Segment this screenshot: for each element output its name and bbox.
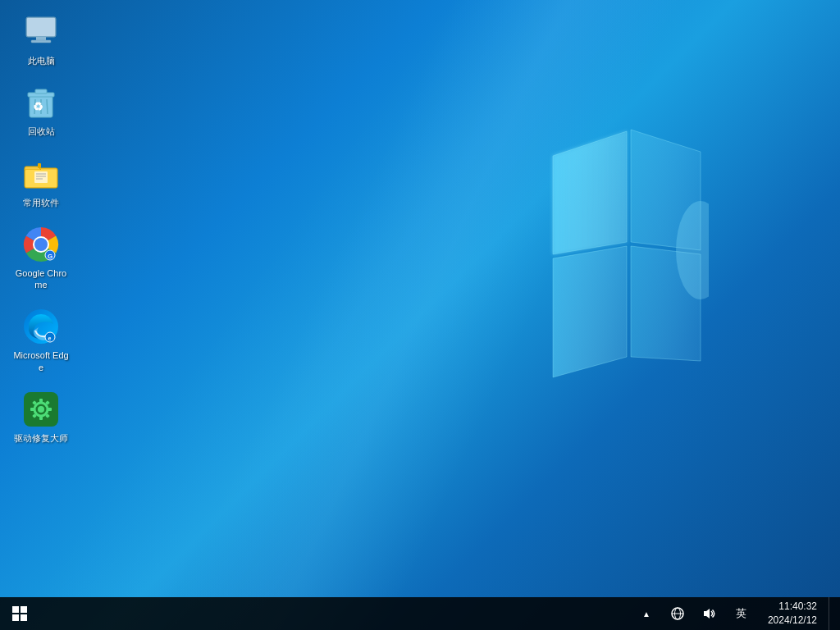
desktop-icon-microsoft-edge[interactable]: e Microsoft Edge (8, 303, 74, 377)
driver-repair-icon (21, 390, 61, 429)
computer-icon (21, 12, 61, 52)
recycle-bin-icon: ♻ (21, 83, 61, 122)
svg-rect-43 (12, 614, 19, 621)
svg-text:♻: ♻ (33, 100, 43, 113)
svg-text:G: G (48, 253, 52, 260)
desktop-icons: 此电脑 ♻ 回收站 (8, 8, 74, 448)
desktop-icon-common-software[interactable]: 常用软件 (8, 150, 74, 212)
taskbar: ▲ 英 (0, 597, 840, 630)
network-icon-button[interactable] (664, 597, 691, 630)
desktop-icon-this-pc[interactable]: 此电脑 (8, 8, 74, 71)
taskbar-clock[interactable]: 11:40:32 2024/12/12 (761, 600, 824, 628)
svg-marker-48 (704, 609, 710, 619)
language-button[interactable]: 英 (727, 597, 756, 630)
svg-marker-2 (553, 246, 627, 377)
clock-date: 2024/12/12 (768, 614, 817, 628)
google-chrome-label: Google Chrome (12, 267, 70, 291)
svg-rect-18 (38, 163, 41, 168)
chevron-up-icon: ▲ (642, 609, 651, 619)
windows-logo (545, 107, 709, 402)
driver-repair-label: 驱动修复大师 (14, 432, 68, 444)
svg-point-32 (38, 406, 44, 413)
svg-rect-34 (39, 415, 43, 420)
svg-rect-33 (39, 399, 43, 404)
clock-time: 11:40:32 (768, 600, 817, 614)
svg-point-24 (34, 238, 48, 251)
recycle-bin-label: 回收站 (28, 126, 55, 137)
edge-icon: e (21, 307, 61, 346)
svg-rect-6 (27, 18, 55, 36)
svg-rect-11 (35, 89, 47, 94)
taskbar-right: ▲ 英 (633, 597, 840, 630)
common-software-label: 常用软件 (23, 197, 59, 208)
desktop-icon-recycle-bin[interactable]: ♻ 回收站 (8, 79, 74, 141)
svg-rect-19 (34, 171, 48, 183)
language-label: 英 (736, 606, 746, 621)
chrome-icon: G (21, 225, 61, 264)
svg-rect-7 (36, 37, 46, 40)
svg-line-14 (47, 99, 48, 114)
show-desktop-button[interactable] (829, 597, 833, 630)
volume-icon-button[interactable] (696, 597, 722, 630)
svg-rect-44 (21, 614, 27, 621)
svg-rect-42 (21, 606, 27, 613)
svg-marker-0 (553, 131, 627, 254)
tray-chevron-button[interactable]: ▲ (633, 597, 660, 630)
desktop: 此电脑 ♻ 回收站 (0, 0, 840, 630)
desktop-icon-driver-repair[interactable]: 驱动修复大师 (8, 386, 74, 448)
svg-rect-8 (31, 40, 51, 43)
this-pc-label: 此电脑 (28, 55, 55, 66)
microsoft-edge-label: Microsoft Edge (12, 349, 70, 373)
svg-rect-36 (47, 408, 52, 411)
folder-icon (21, 154, 61, 194)
svg-rect-41 (12, 606, 19, 613)
svg-rect-35 (30, 408, 35, 411)
svg-text:e: e (48, 336, 52, 341)
desktop-icon-google-chrome[interactable]: G Google Chrome (8, 221, 74, 295)
start-button[interactable] (0, 597, 39, 630)
